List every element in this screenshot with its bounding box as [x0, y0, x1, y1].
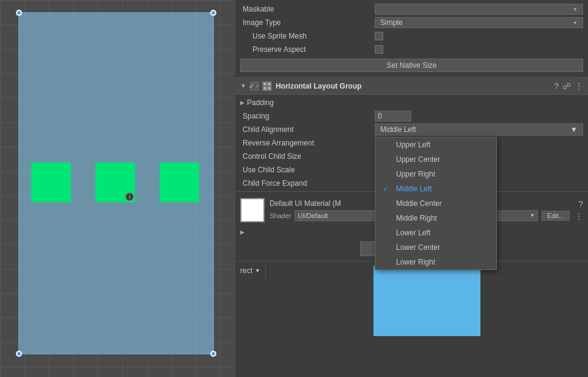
- green-box-1: [31, 163, 71, 202]
- child-alignment-label: Child Alignment: [240, 125, 375, 134]
- ca-option-middle-center[interactable]: Middle Center: [375, 196, 496, 211]
- image-type-label: Image Type: [240, 18, 375, 27]
- padding-row[interactable]: ▶ Padding: [235, 96, 588, 109]
- padding-label: Padding: [247, 98, 274, 107]
- ca-option-upper-center[interactable]: Upper Center: [375, 152, 496, 167]
- ca-label-lower-center: Lower Center: [396, 243, 440, 252]
- hlg-properties: ▶ Padding Spacing 0 Child Alignment Midd…: [235, 95, 588, 191]
- maskable-dropdown[interactable]: ▼: [375, 4, 583, 15]
- green-box-3: [160, 163, 199, 202]
- spacing-input[interactable]: 0: [375, 111, 411, 122]
- child-force-expand-label: Child Force Expand: [240, 179, 375, 188]
- green-box-2: i: [95, 163, 135, 202]
- ca-label-middle-right: Middle Right: [396, 214, 437, 222]
- ca-label-upper-left: Upper Left: [396, 141, 430, 149]
- right-panel: Maskable ▼ Image Type Simple▼ Use Sprite…: [235, 0, 588, 377]
- svg-rect-2: [263, 87, 266, 90]
- maskable-label: Maskable: [240, 5, 375, 13]
- child-alignment-selected: Middle Left: [380, 125, 416, 134]
- hlg-section-title: Horizontal Layout Group: [276, 82, 550, 90]
- canvas-panel: i: [0, 0, 235, 377]
- hlg-grid-icon: [262, 81, 272, 91]
- hlg-section: ▼ ✓ Horizontal Layout Group ? ☍ ⋮ ▶: [235, 77, 588, 191]
- bottom-section: rect ▼: [235, 261, 588, 340]
- use-child-scale-label: Use Child Scale: [240, 166, 375, 174]
- use-sprite-mesh-checkbox[interactable]: [375, 32, 383, 40]
- use-sprite-mesh-label: Use Sprite Mesh: [240, 32, 375, 40]
- preserve-aspect-checkbox[interactable]: [375, 45, 383, 54]
- ca-option-upper-left[interactable]: Upper Left: [375, 137, 496, 152]
- hlg-section-header: ▼ ✓ Horizontal Layout Group ? ☍ ⋮: [235, 78, 588, 95]
- ca-label-upper-right: Upper Right: [396, 170, 435, 178]
- child-alignment-row: Child Alignment Middle Left ▼ Upper Left: [235, 123, 588, 136]
- image-section: Maskable ▼ Image Type Simple▼ Use Sprite…: [235, 0, 588, 77]
- child-alignment-menu: Upper Left Upper Center Upper Right ✓: [375, 137, 497, 270]
- spacing-value-container: 0: [375, 111, 583, 122]
- corner-handle-br[interactable]: [210, 351, 216, 357]
- maskable-row: Maskable ▼: [235, 2, 588, 16]
- ca-label-lower-right: Lower Right: [396, 258, 435, 266]
- rect-preview: [266, 261, 588, 340]
- ca-check-middle-left: ✓: [383, 185, 391, 193]
- rect-tab-label: rect: [240, 266, 252, 275]
- ca-option-lower-center[interactable]: Lower Center: [375, 240, 496, 255]
- green-boxes-container: i: [31, 163, 199, 202]
- child-alignment-arrow: ▼: [570, 125, 578, 134]
- corner-handle-tr[interactable]: [210, 10, 216, 16]
- corner-handle-bl[interactable]: [16, 351, 22, 357]
- material-section-icons: ? ⋮: [575, 199, 583, 221]
- use-sprite-mesh-value: [375, 32, 583, 40]
- material-help-icon[interactable]: ?: [578, 199, 583, 209]
- svg-rect-3: [268, 87, 271, 90]
- preserve-aspect-row: Preserve Aspect: [235, 43, 588, 56]
- hlg-settings-icon[interactable]: ☍: [562, 81, 571, 91]
- preserve-aspect-value: [375, 45, 583, 54]
- material-menu-icon[interactable]: ⋮: [575, 211, 583, 221]
- padding-expand-icon: ▶: [240, 100, 244, 106]
- control-child-size-label: Control Child Size: [240, 152, 375, 161]
- preserve-aspect-label: Preserve Aspect: [240, 45, 375, 54]
- use-sprite-mesh-row: Use Sprite Mesh: [235, 29, 588, 43]
- hlg-menu-icon[interactable]: ⋮: [575, 81, 583, 91]
- image-type-value: Simple▼: [375, 17, 583, 28]
- ca-label-middle-center: Middle Center: [396, 199, 442, 208]
- ca-option-middle-right[interactable]: Middle Right: [375, 211, 496, 225]
- rect-tab[interactable]: rect ▼: [235, 262, 266, 280]
- image-type-dropdown[interactable]: Simple▼: [375, 17, 583, 28]
- ca-option-lower-right[interactable]: Lower Right: [375, 255, 496, 269]
- material-thumbnail: [240, 198, 265, 222]
- hlg-help-icon[interactable]: ?: [554, 81, 559, 91]
- child-alignment-value-container: Middle Left ▼ Upper Left Upper Center: [375, 123, 583, 136]
- hlg-enable-checkbox[interactable]: ✓: [250, 82, 259, 90]
- reverse-arrangement-label: Reverse Arrangement: [240, 139, 375, 147]
- child-alignment-dropdown[interactable]: Middle Left ▼: [375, 123, 583, 136]
- ca-label-upper-center: Upper Center: [396, 155, 440, 164]
- corner-handle-tl[interactable]: [16, 10, 22, 16]
- canvas-rect: i: [18, 12, 214, 354]
- spacing-label: Spacing: [240, 112, 375, 120]
- image-type-row: Image Type Simple▼: [235, 16, 588, 29]
- ca-label-lower-left: Lower Left: [396, 229, 430, 237]
- svg-rect-0: [263, 82, 266, 86]
- rect-tab-arrow: ▼: [255, 268, 260, 274]
- hlg-section-icons: ? ☍ ⋮: [554, 81, 583, 91]
- shader-label: Shader: [270, 212, 291, 219]
- ca-option-upper-right[interactable]: Upper Right: [375, 167, 496, 181]
- maskable-value: ▼: [375, 4, 583, 15]
- svg-rect-1: [268, 82, 271, 86]
- spacing-row: Spacing 0: [235, 109, 588, 123]
- ca-label-middle-left: Middle Left: [396, 185, 432, 193]
- set-native-size-button[interactable]: Set Native Size: [240, 59, 583, 72]
- info-icon: i: [125, 192, 134, 201]
- shader-edit-button[interactable]: Edit...: [542, 211, 570, 221]
- ca-option-lower-left[interactable]: Lower Left: [375, 225, 496, 240]
- material-expand-arrow[interactable]: ▶: [240, 229, 244, 235]
- hlg-expand-icon[interactable]: ▼: [240, 82, 246, 89]
- blue-rect-preview: [373, 266, 480, 336]
- ca-option-middle-left[interactable]: ✓ Middle Left: [375, 181, 496, 196]
